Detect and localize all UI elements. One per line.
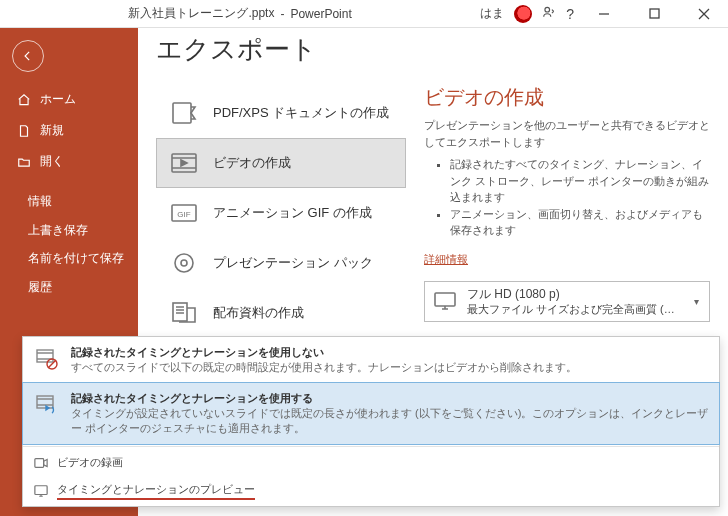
back-button[interactable] [12, 40, 44, 72]
svg-point-0 [545, 7, 550, 12]
package-icon [167, 249, 201, 277]
sidebar-item-new[interactable]: 新規 [0, 115, 138, 146]
quality-line2: 最大ファイル サイズおよび完全高画質 (… [467, 302, 682, 317]
sidebar-item-save[interactable]: 上書き保存 [0, 216, 138, 245]
svg-rect-5 [173, 103, 191, 123]
pdf-icon [167, 99, 201, 127]
title-bar: 新入社員トレーニング.pptx - PowerPoint はま ? [0, 0, 728, 28]
close-button[interactable] [684, 0, 724, 28]
svg-rect-2 [650, 9, 659, 18]
sidebar-item-info[interactable]: 情報 [0, 187, 138, 216]
svg-rect-12 [435, 293, 455, 306]
sidebar-item-label: 新規 [40, 122, 64, 139]
svg-rect-17 [37, 396, 53, 408]
svg-rect-11 [173, 303, 187, 321]
svg-line-16 [48, 360, 56, 368]
export-item-label: PDF/XPS ドキュメントの作成 [213, 104, 389, 122]
sidebar-item-saveas[interactable]: 名前を付けて保存 [0, 245, 138, 273]
timing-option-use-narration[interactable]: 記録されたタイミングとナレーションを使用する タイミングが設定されていないスライ… [22, 382, 720, 445]
minimize-button[interactable] [584, 0, 624, 28]
sidebar-item-open[interactable]: 開く [0, 146, 138, 177]
svg-text:GIF: GIF [177, 210, 190, 219]
detail-bullets: 記録されたすべてのタイミング、ナレーション、インク ストローク、レーザー ポイン… [424, 156, 710, 239]
export-item-video[interactable]: ビデオの作成 [156, 138, 406, 188]
home-icon [16, 93, 32, 107]
export-item-label: プレゼンテーション パック [213, 254, 373, 272]
record-icon [33, 456, 49, 470]
svg-rect-14 [37, 350, 53, 362]
page-title: エクスポート [156, 32, 317, 67]
export-item-label: アニメーション GIF の作成 [213, 204, 372, 222]
more-info-link[interactable]: 詳細情報 [424, 253, 468, 265]
maximize-button[interactable] [634, 0, 674, 28]
svg-rect-18 [35, 458, 44, 467]
preview-timing-action[interactable]: タイミングとナレーションのプレビュー [23, 476, 719, 506]
document-title: 新入社員トレーニング.pptx [128, 5, 274, 22]
film-audio-icon [33, 393, 61, 417]
svg-point-10 [181, 260, 187, 266]
sidebar-item-history[interactable]: 履歴 [0, 273, 138, 302]
export-item-handouts[interactable]: 配布資料の作成 [156, 288, 406, 338]
handouts-icon [167, 299, 201, 327]
open-icon [16, 155, 32, 169]
sidebar-item-label: ホーム [40, 91, 76, 108]
export-item-package[interactable]: プレゼンテーション パック [156, 238, 406, 288]
export-item-gif[interactable]: GIF アニメーション GIF の作成 [156, 188, 406, 238]
help-icon[interactable]: ? [566, 6, 574, 22]
record-video-action[interactable]: ビデオの録画 [23, 449, 719, 476]
export-item-label: 配布資料の作成 [213, 304, 304, 322]
detail-description: プレゼンテーションを他のユーザーと共有できるビデオとしてエクスポートします [424, 117, 710, 150]
gif-icon: GIF [167, 199, 201, 227]
export-item-pdf[interactable]: PDF/XPS ドキュメントの作成 [156, 88, 406, 138]
user-name: はま [480, 5, 504, 22]
timing-option-no-narration[interactable]: 記録されたタイミングとナレーションを使用しない すべてのスライドで以下の既定の時… [23, 337, 719, 383]
monitor-icon [431, 289, 459, 313]
detail-heading: ビデオの作成 [424, 84, 710, 111]
svg-rect-19 [35, 486, 47, 495]
preview-icon [33, 484, 49, 498]
video-icon [167, 149, 201, 177]
chevron-down-icon: ▾ [690, 296, 703, 307]
svg-point-9 [175, 254, 193, 272]
app-name: PowerPoint [290, 7, 351, 21]
sidebar-item-label: 開く [40, 153, 64, 170]
export-item-label: ビデオの作成 [213, 154, 291, 172]
voice-icon[interactable] [542, 5, 556, 22]
quality-dropdown[interactable]: フル HD (1080 p) 最大ファイル サイズおよび完全高画質 (… ▾ [424, 281, 710, 322]
user-avatar-icon[interactable] [514, 5, 532, 23]
quality-line1: フル HD (1080 p) [467, 286, 682, 302]
film-mute-icon [33, 347, 61, 371]
timing-options-popup: 記録されたタイミングとナレーションを使用しない すべてのスライドで以下の既定の時… [22, 336, 720, 507]
sidebar-item-home[interactable]: ホーム [0, 84, 138, 115]
separator [23, 446, 719, 447]
new-icon [16, 124, 32, 138]
